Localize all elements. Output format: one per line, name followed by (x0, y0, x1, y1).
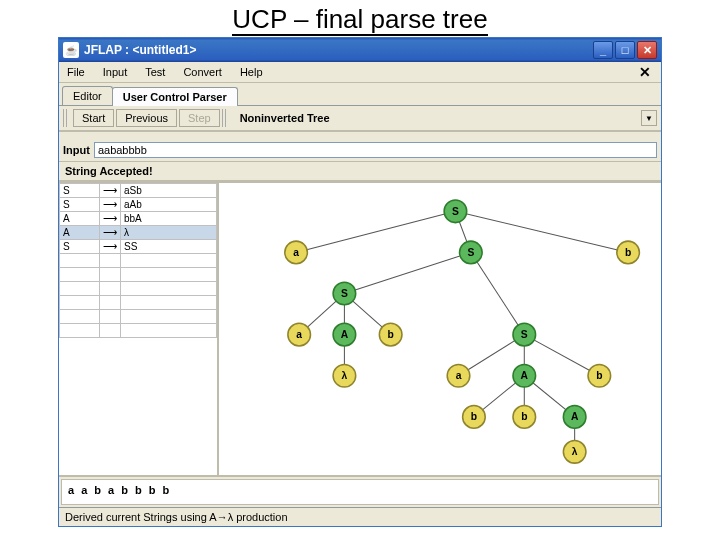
main-split: S⟶aSbS⟶aAbA⟶bbAA⟶λS⟶SS SaSbSSaAbλaAbbbAλ (59, 181, 661, 477)
noninverted-tree-label: Noninverted Tree (232, 110, 639, 126)
menu-test[interactable]: Test (141, 64, 169, 80)
svg-text:a: a (456, 370, 462, 381)
output-string: a a b a b b b b (61, 479, 659, 505)
maximize-button[interactable]: □ (615, 41, 635, 59)
tab-user-control-parser[interactable]: User Control Parser (112, 87, 238, 106)
svg-text:λ: λ (572, 446, 578, 457)
svg-text:a: a (296, 329, 302, 340)
productions-table[interactable]: S⟶aSbS⟶aAbA⟶bbAA⟶λS⟶SS (59, 183, 217, 338)
svg-text:a: a (293, 247, 299, 258)
step-button[interactable]: Step (179, 109, 220, 127)
svg-text:S: S (521, 329, 528, 340)
production-row[interactable]: A⟶λ (60, 226, 217, 240)
svg-text:S: S (452, 206, 459, 217)
menubar: File Input Test Convert Help ✕ (59, 62, 661, 83)
svg-text:b: b (521, 411, 527, 422)
svg-text:A: A (341, 329, 349, 340)
production-row[interactable]: A⟶bbA (60, 212, 217, 226)
production-row[interactable]: S⟶aSb (60, 184, 217, 198)
svg-line-2 (455, 211, 628, 252)
java-icon: ☕ (63, 42, 79, 58)
svg-line-4 (471, 252, 524, 334)
svg-text:b: b (388, 329, 394, 340)
parser-toolbar: Start Previous Step Noninverted Tree ▼ (59, 106, 661, 131)
input-label: Input (63, 144, 90, 156)
productions-panel[interactable]: S⟶aSbS⟶aAbA⟶bbAA⟶λS⟶SS (59, 183, 219, 475)
status-bar: Derived current Strings using A→λ produc… (59, 507, 661, 526)
production-row[interactable]: S⟶aAb (60, 198, 217, 212)
svg-text:b: b (596, 370, 602, 381)
svg-line-3 (344, 252, 470, 293)
svg-text:A: A (521, 370, 529, 381)
toolbar-grip-icon (63, 109, 69, 127)
parse-tree-panel[interactable]: SaSbSSaAbλaAbbbAλ (219, 183, 661, 475)
start-button[interactable]: Start (73, 109, 114, 127)
svg-line-11 (524, 335, 599, 376)
svg-text:S: S (467, 247, 474, 258)
toolbar-grip-icon (222, 109, 228, 127)
tree-mode-dropdown[interactable]: ▼ (641, 110, 657, 126)
svg-text:A: A (571, 411, 579, 422)
menu-input[interactable]: Input (99, 64, 131, 80)
accept-status: String Accepted! (59, 162, 661, 181)
tab-editor[interactable]: Editor (62, 86, 113, 105)
app-window: ☕ JFLAP : <untitled1> _ □ ✕ File Input T… (58, 37, 662, 527)
menu-help[interactable]: Help (236, 64, 267, 80)
minimize-button[interactable]: _ (593, 41, 613, 59)
input-field[interactable] (94, 142, 657, 158)
svg-text:λ: λ (342, 370, 348, 381)
menu-convert[interactable]: Convert (179, 64, 226, 80)
parse-tree-svg: SaSbSSaAbλaAbbbAλ (219, 183, 661, 475)
titlebar[interactable]: ☕ JFLAP : <untitled1> _ □ ✕ (59, 38, 661, 62)
input-row: Input (59, 139, 661, 162)
tab-row: Editor User Control Parser (59, 83, 661, 106)
menu-file[interactable]: File (63, 64, 89, 80)
close-button[interactable]: ✕ (637, 41, 657, 59)
slide-title: UCP – final parse tree (0, 0, 720, 37)
svg-text:S: S (341, 288, 348, 299)
svg-line-0 (296, 211, 455, 252)
svg-text:b: b (471, 411, 477, 422)
svg-text:b: b (625, 247, 631, 258)
inner-close-icon[interactable]: ✕ (633, 64, 657, 80)
window-title: JFLAP : <untitled1> (84, 43, 593, 57)
previous-button[interactable]: Previous (116, 109, 177, 127)
production-row[interactable]: S⟶SS (60, 240, 217, 254)
